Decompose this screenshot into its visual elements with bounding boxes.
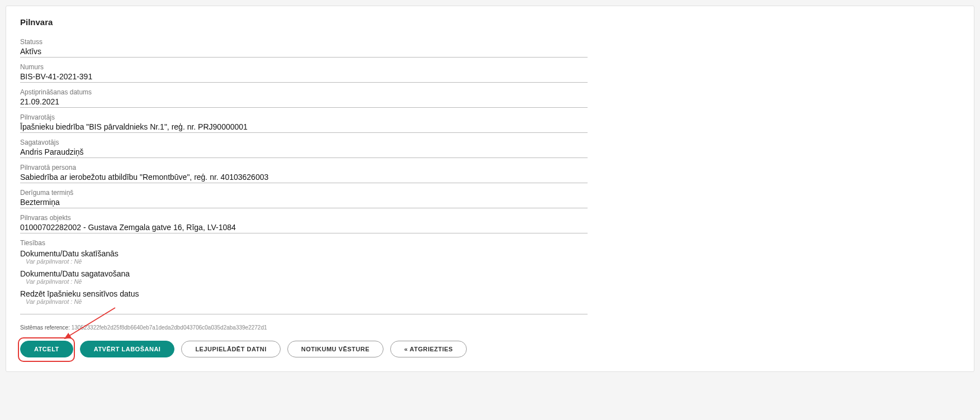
right-item-0: Dokumentu/Datu skatīšanās Var pārpilnvar… [20, 249, 588, 265]
system-reference-value: 130523322feb2d25f8db6640eb7a1deda2dbd043… [72, 324, 267, 331]
download-file-button[interactable]: LEJUPIELĀDĒT DATNI [181, 341, 280, 357]
field-preparer: Sagatavotājs Andris Paraudziņš [20, 139, 588, 158]
page-title: Pilnvara [20, 17, 588, 27]
right-item-2-sub: Var pārpilnvarot : Nē [20, 298, 588, 305]
content-wrap: Pilnvara Statuss Aktīvs Numurs BIS-BV-41… [20, 17, 588, 357]
field-status: Statuss Aktīvs [20, 38, 588, 58]
back-button[interactable]: « ATGRIEZTIES [390, 341, 467, 357]
field-grantor-label: Pilnvarotājs [20, 113, 588, 121]
field-grantee-label: Pilnvarotā persona [20, 164, 588, 171]
rights-label: Tiesības [20, 239, 588, 247]
right-item-1-name: Dokumentu/Datu sagatavošana [20, 269, 588, 278]
right-item-0-name: Dokumentu/Datu skatīšanās [20, 249, 588, 258]
system-reference-label: Sistēmas reference: [20, 324, 70, 331]
right-item-1-sub: Var pārpilnvarot : Nē [20, 278, 588, 285]
field-status-value: Aktīvs [20, 47, 588, 56]
field-approve-date-value: 21.09.2021 [20, 97, 588, 106]
right-item-2: Redzēt īpašnieku sensitīvos datus Var pā… [20, 289, 588, 305]
field-validity-label: Derīguma termiņš [20, 189, 588, 197]
field-object: Pilnvaras objekts 01000702282002 - Gusta… [20, 214, 588, 233]
open-edit-button[interactable]: ATVĒRT LABOŠANAI [80, 341, 175, 357]
event-history-button[interactable]: NOTIKUMU VĒSTURE [287, 341, 384, 357]
field-number-label: Numurs [20, 63, 588, 71]
system-reference: Sistēmas reference: 130523322feb2d25f8db… [20, 324, 588, 331]
cancel-button[interactable]: ATCELT [20, 341, 73, 357]
right-item-2-name: Redzēt īpašnieku sensitīvos datus [20, 289, 588, 298]
field-validity: Derīguma termiņš Beztermiņa [20, 189, 588, 208]
field-status-label: Statuss [20, 38, 588, 46]
field-grantor: Pilnvarotājs Īpašnieku biedrība "BIS pār… [20, 113, 588, 133]
field-grantee-value: Sabiedrība ar ierobežotu atbildību "Remo… [20, 173, 588, 182]
field-preparer-value: Andris Paraudziņš [20, 147, 588, 156]
rights-block: Tiesības Dokumentu/Datu skatīšanās Var p… [20, 239, 588, 314]
right-item-0-sub: Var pārpilnvarot : Nē [20, 258, 588, 265]
field-number-value: BIS-BV-41-2021-391 [20, 72, 588, 81]
field-approve-date: Apstiprināšanas datums 21.09.2021 [20, 88, 588, 108]
field-preparer-label: Sagatavotājs [20, 139, 588, 146]
field-object-label: Pilnvaras objekts [20, 214, 588, 222]
field-validity-value: Beztermiņa [20, 198, 588, 207]
field-approve-date-label: Apstiprināšanas datums [20, 88, 588, 96]
button-row: ATCELT ATVĒRT LABOŠANAI LEJUPIELĀDĒT DAT… [20, 341, 588, 357]
field-grantor-value: Īpašnieku biedrība "BIS pārvaldnieks Nr.… [20, 122, 588, 131]
field-number: Numurs BIS-BV-41-2021-391 [20, 63, 588, 83]
authorization-card: Pilnvara Statuss Aktīvs Numurs BIS-BV-41… [6, 6, 974, 372]
field-object-value: 01000702282002 - Gustava Zemgala gatve 1… [20, 223, 588, 232]
right-item-1: Dokumentu/Datu sagatavošana Var pārpilnv… [20, 269, 588, 285]
field-grantee: Pilnvarotā persona Sabiedrība ar ierobež… [20, 164, 588, 183]
